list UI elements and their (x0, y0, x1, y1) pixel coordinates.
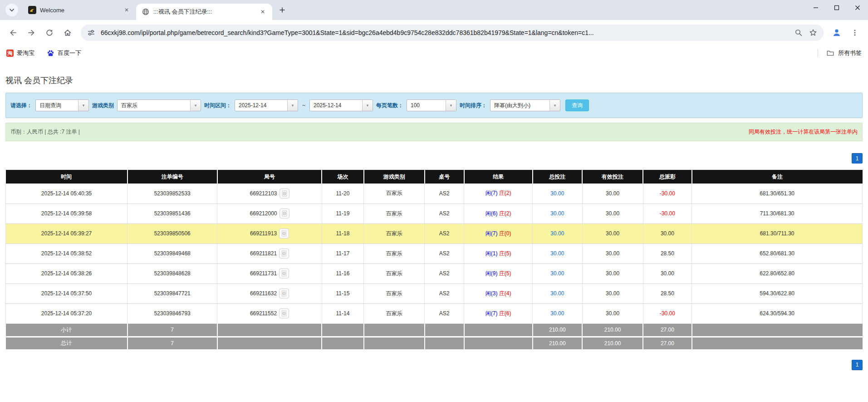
chevron-down-icon[interactable]: ▼ (78, 100, 88, 111)
tab-search-button[interactable] (5, 4, 18, 16)
home-button[interactable] (59, 24, 76, 41)
date-to-select[interactable]: 2025-12-14 ▼ (309, 99, 373, 111)
total-row-empty (692, 337, 863, 350)
result-banker: 庄(4) (499, 290, 511, 297)
maximize-button[interactable] (826, 0, 847, 15)
cell-result: 闲(3) 庄(4) (464, 283, 533, 303)
cell-bet-id: 523039850506 (128, 223, 217, 243)
cell-note: 624.30/594.30 (692, 303, 863, 323)
chevron-down-icon[interactable]: ▼ (549, 100, 560, 111)
cell-note: 594.30/622.80 (692, 283, 863, 303)
search-button[interactable]: 查询 (565, 99, 589, 111)
game-type-select[interactable]: 百家乐 ▼ (117, 99, 201, 111)
tab-welcome[interactable]: Welcome ✕ (23, 0, 136, 20)
sort-select[interactable]: 降幂(由大到小) ▼ (490, 99, 560, 111)
cell-game-type: 百家乐 (364, 263, 425, 283)
chevron-down-icon[interactable]: ▼ (287, 100, 298, 111)
page-size-label: 每页笔数： (376, 102, 403, 109)
bookmark-baidu[interactable]: 百度一下 (46, 49, 81, 57)
folder-icon (826, 49, 834, 57)
cell-note: 711.30/681.30 (692, 203, 863, 223)
table-row: 2025-12-14 05:38:52523039849468669211821… (6, 243, 863, 263)
cell-note: 622.80/652.80 (692, 263, 863, 283)
cell-total-bet-link[interactable]: 30.00 (533, 283, 583, 303)
address-bar[interactable]: 66cxkj98.com/ipl/portal.php/game/betreco… (81, 25, 824, 41)
site-settings-icon[interactable] (86, 28, 96, 38)
sort-value[interactable]: 降幂(由大到小) (490, 100, 549, 111)
film-reel-icon (281, 250, 287, 257)
cell-total-bet-link[interactable]: 30.00 (533, 203, 583, 223)
tab-close-icon[interactable]: ✕ (259, 8, 267, 16)
cell-total-bet-link[interactable]: 30.00 (533, 223, 583, 243)
result-banker: 庄(2) (499, 210, 511, 217)
minimize-button[interactable] (805, 0, 826, 15)
all-bookmarks[interactable]: 所有书签 (818, 49, 862, 57)
cell-time: 2025-12-14 05:38:26 (6, 263, 128, 283)
column-header-9: 有效投注 (582, 170, 643, 184)
cell-total-bet-link[interactable]: 30.00 (533, 184, 583, 203)
result-player: 闲(1) (485, 250, 498, 257)
browser-toolbar: 66cxkj98.com/ipl/portal.php/game/betreco… (0, 20, 868, 45)
result-banker: 庄(5) (499, 270, 511, 277)
result-banker: 庄(2) (499, 190, 511, 196)
table-row: 2025-12-14 05:40:35523039852533669212103… (6, 184, 863, 203)
cell-total-bet-link[interactable]: 30.00 (533, 243, 583, 263)
date-to-value[interactable]: 2025-12-14 (310, 100, 362, 111)
subtotal-row-valid-bet: 210.00 (582, 323, 643, 337)
subtotal-row-payout: 27.00 (643, 323, 692, 337)
cell-bet-id: 523039849468 (128, 243, 217, 263)
cell-round-id: 669211632 (217, 283, 322, 303)
profile-avatar[interactable] (828, 24, 845, 41)
chevron-down-icon[interactable]: ▼ (190, 100, 201, 111)
bookmark-taobao[interactable]: 淘 爱淘宝 (6, 49, 34, 57)
video-replay-button[interactable] (279, 288, 289, 298)
subtotal-row-label: 小计 (6, 323, 128, 337)
cell-total-bet-link[interactable]: 30.00 (533, 263, 583, 283)
back-button[interactable] (5, 24, 22, 41)
browser-window: Welcome ✕ :::视讯 会员下注纪录::: ✕ (0, 0, 868, 61)
video-replay-button[interactable] (280, 189, 289, 199)
forward-button[interactable] (23, 24, 40, 41)
total-row-empty (322, 337, 364, 350)
plus-icon (279, 6, 286, 14)
chevron-down-icon[interactable]: ▼ (362, 100, 373, 111)
film-reel-icon (281, 210, 288, 217)
video-replay-button[interactable] (280, 208, 289, 218)
cell-round-id: 669211913 (217, 223, 322, 243)
new-tab-button[interactable] (276, 4, 289, 16)
page-size-select[interactable]: 100 ▼ (407, 99, 456, 111)
table-body: 2025-12-14 05:40:35523039852533669212103… (6, 184, 863, 350)
result-player: 闲(3) (485, 290, 498, 297)
column-header-2: 注单编号 (128, 170, 217, 184)
menu-button[interactable] (846, 24, 863, 41)
reload-button[interactable] (41, 24, 58, 41)
video-replay-button[interactable] (279, 308, 289, 318)
video-replay-button[interactable] (279, 248, 289, 258)
subtotal-row-empty (464, 323, 533, 337)
table-row: 2025-12-14 05:37:20523039846793669211552… (6, 303, 863, 323)
date-from-select[interactable]: 2025-12-14 ▼ (235, 99, 298, 111)
date-from-value[interactable]: 2025-12-14 (235, 100, 287, 111)
url-text[interactable]: 66cxkj98.com/ipl/portal.php/game/betreco… (101, 29, 789, 36)
query-type-select[interactable]: 日期查询 ▼ (35, 99, 89, 111)
bookmark-star-icon[interactable] (808, 28, 818, 38)
cell-note: 652.80/681.30 (692, 243, 863, 263)
close-button[interactable] (847, 0, 868, 15)
globe-icon (142, 8, 150, 16)
tab-betrecord[interactable]: :::视讯 会员下注纪录::: ✕ (136, 4, 272, 20)
page-1-button[interactable]: 1 (852, 153, 863, 164)
cell-game-type: 百家乐 (364, 303, 425, 323)
column-header-3: 局号 (217, 170, 322, 184)
zoom-magnifier-icon[interactable] (794, 28, 804, 38)
query-type-value[interactable]: 日期查询 (36, 100, 78, 111)
page-size-value[interactable]: 100 (407, 100, 446, 111)
chevron-down-icon[interactable]: ▼ (446, 100, 456, 111)
video-replay-button[interactable] (279, 268, 289, 278)
tab-close-icon[interactable]: ✕ (123, 6, 131, 14)
page-1-button[interactable]: 1 (852, 360, 863, 370)
video-replay-button[interactable] (279, 228, 289, 238)
chevron-down-icon (9, 7, 15, 13)
cell-payout: 30.00 (643, 223, 692, 243)
game-type-value[interactable]: 百家乐 (118, 100, 190, 111)
cell-total-bet-link[interactable]: 30.00 (533, 303, 583, 323)
